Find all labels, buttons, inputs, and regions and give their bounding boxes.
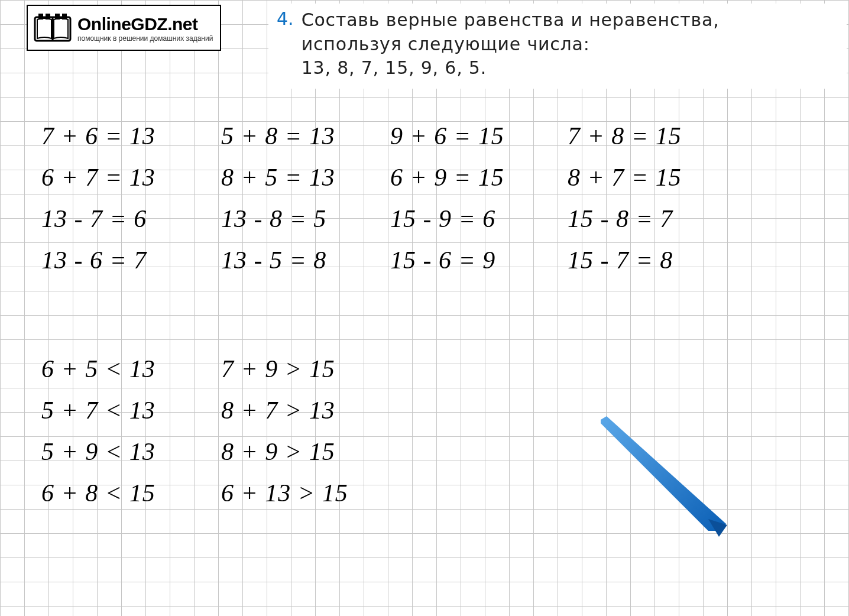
logo-subtitle: помощник в решении домашних заданий bbox=[77, 34, 213, 43]
equality: 7 + 6 = 13 bbox=[41, 122, 155, 150]
inequality: 6 + 5 < 13 bbox=[41, 355, 155, 383]
inequality: 6 + 13 > 15 bbox=[221, 479, 348, 507]
equality: 5 + 8 = 13 bbox=[221, 122, 335, 150]
inequality: 7 + 9 > 15 bbox=[221, 355, 335, 383]
equality: 15 - 8 = 7 bbox=[568, 205, 673, 233]
svg-marker-6 bbox=[601, 416, 726, 531]
open-book-icon bbox=[34, 12, 72, 44]
svg-rect-2 bbox=[38, 14, 43, 20]
inequality: 5 + 9 < 13 bbox=[41, 437, 155, 466]
inequality: 8 + 9 > 15 bbox=[221, 437, 335, 466]
logo-title: OnlineGDZ.net bbox=[77, 14, 213, 34]
equality: 13 - 5 = 8 bbox=[221, 246, 326, 274]
equality: 15 - 6 = 9 bbox=[390, 246, 495, 274]
equality: 13 - 7 = 6 bbox=[41, 205, 147, 233]
svg-rect-3 bbox=[46, 14, 50, 20]
inequality: 6 + 8 < 15 bbox=[41, 479, 155, 507]
task-line-3: 13, 8, 7, 15, 9, 6, 5. bbox=[302, 57, 487, 78]
equality: 13 - 8 = 5 bbox=[221, 205, 326, 233]
equality: 6 + 9 = 15 bbox=[390, 163, 504, 192]
task-line-2: используя следующие числа: bbox=[302, 34, 590, 54]
task-prompt: 4. Составь верные равенства и неравенств… bbox=[268, 4, 847, 89]
svg-rect-4 bbox=[55, 14, 60, 20]
equality: 15 - 7 = 8 bbox=[568, 246, 673, 274]
site-logo: OnlineGDZ.net помощник в решении домашни… bbox=[27, 5, 221, 51]
inequality: 5 + 7 < 13 bbox=[41, 396, 155, 424]
blue-pen-icon bbox=[590, 413, 732, 543]
equality: 8 + 5 = 13 bbox=[221, 163, 335, 192]
equality: 13 - 6 = 7 bbox=[41, 246, 147, 274]
equality: 15 - 9 = 6 bbox=[390, 205, 495, 233]
equality: 9 + 6 = 15 bbox=[390, 122, 504, 150]
equality: 6 + 7 = 13 bbox=[41, 163, 155, 192]
svg-rect-5 bbox=[62, 14, 67, 20]
task-line-1: Составь верные равенства и неравенства, bbox=[302, 9, 720, 30]
inequality: 8 + 7 > 13 bbox=[221, 396, 335, 424]
equality: 8 + 7 = 15 bbox=[568, 163, 682, 192]
task-number: 4. bbox=[277, 8, 294, 29]
equality: 7 + 8 = 15 bbox=[568, 122, 682, 150]
